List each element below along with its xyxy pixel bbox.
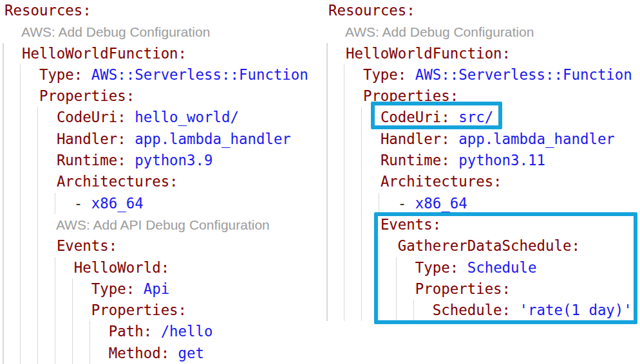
yaml-key: Runtime: [381,152,458,168]
yaml-punctuation: - [398,195,415,212]
codelens-line[interactable]: AWS: Add API Debug Configuration [0,214,322,235]
yaml-key: Architectures: [57,173,178,190]
code-line[interactable]: Path: /hello [0,321,322,342]
code-text: Runtime: python3.11 [381,150,545,171]
yaml-value: python3.9 [135,152,212,168]
indent-guide [37,257,39,278]
codelens-line[interactable]: AWS: Add Debug Configuration [324,21,640,42]
indent-guide [3,321,4,342]
indent-guide [326,129,328,150]
indent-guide [344,257,345,278]
codelens-label[interactable]: AWS: Add Debug Configuration [345,21,534,42]
indent-guide [3,129,4,150]
indent-guide [20,129,21,150]
code-line[interactable]: Type: AWS::Serverless::Function [324,64,640,86]
indent-guide [20,86,21,107]
code-line[interactable]: Runtime: python3.11 [324,150,640,171]
code-line[interactable]: Handler: app.lambda_handler [0,129,322,150]
yaml-value: get [178,345,204,361]
code-line[interactable]: Method: get [0,343,322,364]
indent-guide [37,278,39,300]
indent-guide [20,278,21,300]
code-line[interactable]: Type: Api [0,278,322,300]
codeuri-highlight-box [371,102,502,129]
yaml-value: x86_64 [415,195,467,212]
yaml-key: Architectures: [381,173,502,190]
indent-guide [326,64,328,86]
code-line[interactable]: Properties: [0,86,322,107]
code-line[interactable]: Resources: [0,0,322,21]
yaml-key: HelloWorldFunction: [346,45,511,62]
indent-guide [37,129,39,150]
codelens-line[interactable]: AWS: Add Debug Configuration [0,21,322,42]
code-panel-modified: Resources:AWS: Add Debug ConfigurationHe… [324,0,640,364]
code-text: Events: [57,235,117,257]
code-line[interactable]: Events: [0,235,322,257]
yaml-key: HelloWorldFunction: [22,45,187,62]
code-text: Type: AWS::Serverless::Function [39,64,308,86]
indent-guide [326,150,328,171]
indent-guide [20,300,21,321]
indent-guide [326,86,328,107]
indent-guide [89,343,91,364]
indent-guide [361,278,362,300]
indent-guide [55,257,56,278]
code-line[interactable]: Type: AWS::Serverless::Function [0,64,322,86]
codelens-label[interactable]: AWS: Add Debug Configuration [21,21,210,42]
indent-guide [20,150,21,171]
yaml-value: app.lambda_handler [458,131,615,147]
code-line[interactable]: Resources: [324,0,640,21]
code-text: HelloWorldFunction: [346,43,511,64]
indent-guide [326,107,328,128]
indent-guide [3,64,4,86]
code-text: - x86_64 [398,193,467,214]
indent-guide [344,64,345,86]
indent-guide [3,43,4,64]
yaml-key: Properties: [91,302,187,318]
indent-guide [37,214,39,235]
code-line[interactable]: HelloWorldFunction: [324,43,640,64]
indent-guide [3,171,4,192]
yaml-value: x86_64 [91,195,144,212]
code-line[interactable]: HelloWorldFunction: [0,43,322,64]
indent-guide [20,171,21,192]
codelens-label[interactable]: AWS: Add API Debug Configuration [56,214,270,235]
code-text: HelloWorldFunction: [22,43,187,64]
indent-guide [3,278,4,300]
indent-guide [3,107,4,128]
yaml-value: AWS::Serverless::Function [91,66,308,83]
code-line[interactable]: - x86_64 [324,193,640,214]
code-line[interactable]: Runtime: python3.9 [0,150,322,171]
indent-guide [55,321,56,342]
indent-guide [344,129,345,150]
indent-guide [344,235,345,257]
indent-guide [3,150,4,171]
code-text: Architectures: [381,171,502,192]
code-line[interactable]: Handler: app.lambda_handler [324,129,640,150]
code-text: Resources: [328,0,415,21]
indent-guide [344,193,345,214]
code-line[interactable]: HelloWorld: [0,257,322,278]
indent-guide [72,278,73,300]
indent-guide [37,150,39,171]
code-text: Architectures: [57,171,178,192]
code-line[interactable]: Properties: [0,300,322,321]
code-line[interactable]: CodeUri: hello_world/ [0,107,322,128]
indent-guide [326,235,328,257]
indent-guide [3,257,4,278]
events-highlight-box [374,212,637,323]
indent-guide [326,193,328,214]
indent-guide [326,257,328,278]
indent-guide [20,235,21,257]
yaml-value: Api [144,280,169,297]
indent-guide [20,321,21,342]
indent-guide [361,214,362,235]
indent-guide [361,235,362,257]
code-line[interactable]: Architectures: [324,171,640,192]
code-line[interactable]: Architectures: [0,171,322,192]
indent-guide [326,278,328,300]
indent-guide [344,107,345,128]
indent-guide [20,193,21,214]
code-text: HelloWorld: [74,257,169,278]
code-line[interactable]: - x86_64 [0,193,322,214]
